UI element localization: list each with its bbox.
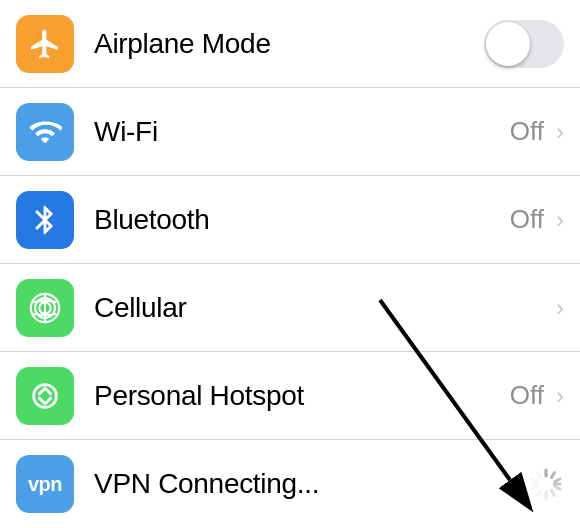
row-airplane-mode[interactable]: Airplane Mode: [0, 0, 580, 88]
wifi-icon: [16, 103, 74, 161]
airplane-mode-label: Airplane Mode: [94, 28, 484, 60]
svg-line-9: [552, 491, 555, 496]
svg-line-15: [538, 473, 541, 478]
cellular-chevron: ›: [556, 294, 564, 322]
bluetooth-icon-wrap: [16, 191, 74, 249]
row-cellular[interactable]: Cellular ›: [0, 264, 580, 352]
vpn-label: VPN Connecting...: [94, 468, 520, 500]
bluetooth-label: Bluetooth: [94, 204, 510, 236]
airplane-mode-icon: [16, 15, 74, 73]
svg-line-8: [555, 487, 560, 490]
hotspot-label: Personal Hotspot: [94, 380, 510, 412]
hotspot-chevron: ›: [556, 382, 564, 410]
svg-line-11: [538, 491, 541, 496]
cellular-icon-wrap: [16, 279, 74, 337]
hotspot-icon-wrap: [16, 367, 74, 425]
wifi-value: Off: [510, 116, 544, 147]
bluetooth-chevron: ›: [556, 206, 564, 234]
airplane-mode-toggle-knob: [486, 22, 530, 66]
row-wifi[interactable]: Wi-Fi Off ›: [0, 88, 580, 176]
svg-line-6: [555, 479, 560, 482]
svg-line-5: [552, 473, 555, 478]
svg-line-12: [532, 487, 537, 490]
settings-list: Airplane Mode Wi-Fi Off › Bluetooth Off …: [0, 0, 580, 528]
wifi-chevron: ›: [556, 118, 564, 146]
vpn-text-icon: vpn: [28, 473, 62, 496]
bluetooth-value: Off: [510, 204, 544, 235]
row-personal-hotspot[interactable]: Personal Hotspot Off ›: [0, 352, 580, 440]
row-bluetooth[interactable]: Bluetooth Off ›: [0, 176, 580, 264]
cellular-label: Cellular: [94, 292, 552, 324]
wifi-label: Wi-Fi: [94, 116, 510, 148]
row-vpn[interactable]: vpn VPN Connecting...: [0, 440, 580, 528]
svg-line-14: [532, 479, 537, 482]
vpn-icon-wrap: vpn: [16, 455, 74, 513]
hotspot-value: Off: [510, 380, 544, 411]
vpn-spinner: [528, 466, 564, 502]
airplane-mode-toggle[interactable]: [484, 20, 564, 68]
